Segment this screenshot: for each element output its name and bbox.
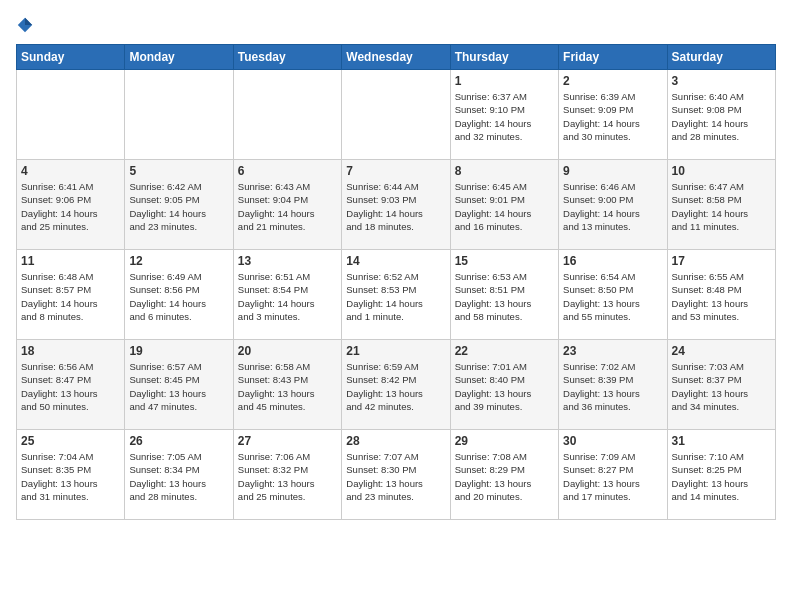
day-number: 31 [672,434,771,448]
days-of-week-row: SundayMondayTuesdayWednesdayThursdayFrid… [17,45,776,70]
calendar-cell: 8Sunrise: 6:45 AM Sunset: 9:01 PM Daylig… [450,160,558,250]
calendar-cell [125,70,233,160]
day-number: 11 [21,254,120,268]
day-number: 28 [346,434,445,448]
calendar-cell: 31Sunrise: 7:10 AM Sunset: 8:25 PM Dayli… [667,430,775,520]
day-number: 14 [346,254,445,268]
day-header-wednesday: Wednesday [342,45,450,70]
day-info: Sunrise: 7:08 AM Sunset: 8:29 PM Dayligh… [455,450,554,503]
day-number: 18 [21,344,120,358]
day-number: 3 [672,74,771,88]
day-number: 1 [455,74,554,88]
day-number: 29 [455,434,554,448]
day-info: Sunrise: 6:47 AM Sunset: 8:58 PM Dayligh… [672,180,771,233]
day-info: Sunrise: 7:09 AM Sunset: 8:27 PM Dayligh… [563,450,662,503]
day-info: Sunrise: 6:41 AM Sunset: 9:06 PM Dayligh… [21,180,120,233]
day-number: 9 [563,164,662,178]
calendar-cell [233,70,341,160]
calendar-cell: 9Sunrise: 6:46 AM Sunset: 9:00 PM Daylig… [559,160,667,250]
day-header-friday: Friday [559,45,667,70]
calendar-cell: 6Sunrise: 6:43 AM Sunset: 9:04 PM Daylig… [233,160,341,250]
day-info: Sunrise: 6:49 AM Sunset: 8:56 PM Dayligh… [129,270,228,323]
day-info: Sunrise: 7:06 AM Sunset: 8:32 PM Dayligh… [238,450,337,503]
calendar-week-4: 18Sunrise: 6:56 AM Sunset: 8:47 PM Dayli… [17,340,776,430]
calendar-cell: 28Sunrise: 7:07 AM Sunset: 8:30 PM Dayli… [342,430,450,520]
day-info: Sunrise: 7:01 AM Sunset: 8:40 PM Dayligh… [455,360,554,413]
day-header-sunday: Sunday [17,45,125,70]
calendar-cell: 7Sunrise: 6:44 AM Sunset: 9:03 PM Daylig… [342,160,450,250]
calendar-cell [17,70,125,160]
day-number: 27 [238,434,337,448]
day-info: Sunrise: 6:46 AM Sunset: 9:00 PM Dayligh… [563,180,662,233]
calendar-cell: 18Sunrise: 6:56 AM Sunset: 8:47 PM Dayli… [17,340,125,430]
day-number: 7 [346,164,445,178]
day-number: 13 [238,254,337,268]
day-info: Sunrise: 6:58 AM Sunset: 8:43 PM Dayligh… [238,360,337,413]
calendar-table: SundayMondayTuesdayWednesdayThursdayFrid… [16,44,776,520]
day-number: 30 [563,434,662,448]
calendar-cell: 15Sunrise: 6:53 AM Sunset: 8:51 PM Dayli… [450,250,558,340]
calendar-cell: 5Sunrise: 6:42 AM Sunset: 9:05 PM Daylig… [125,160,233,250]
day-number: 19 [129,344,228,358]
day-info: Sunrise: 7:02 AM Sunset: 8:39 PM Dayligh… [563,360,662,413]
day-info: Sunrise: 6:42 AM Sunset: 9:05 PM Dayligh… [129,180,228,233]
page-header [16,16,776,34]
day-number: 6 [238,164,337,178]
day-number: 24 [672,344,771,358]
calendar-cell: 19Sunrise: 6:57 AM Sunset: 8:45 PM Dayli… [125,340,233,430]
day-number: 22 [455,344,554,358]
day-number: 2 [563,74,662,88]
day-number: 26 [129,434,228,448]
day-number: 16 [563,254,662,268]
day-info: Sunrise: 6:52 AM Sunset: 8:53 PM Dayligh… [346,270,445,323]
day-info: Sunrise: 6:45 AM Sunset: 9:01 PM Dayligh… [455,180,554,233]
calendar-week-2: 4Sunrise: 6:41 AM Sunset: 9:06 PM Daylig… [17,160,776,250]
day-info: Sunrise: 6:37 AM Sunset: 9:10 PM Dayligh… [455,90,554,143]
calendar-cell: 22Sunrise: 7:01 AM Sunset: 8:40 PM Dayli… [450,340,558,430]
day-info: Sunrise: 6:44 AM Sunset: 9:03 PM Dayligh… [346,180,445,233]
calendar-cell: 2Sunrise: 6:39 AM Sunset: 9:09 PM Daylig… [559,70,667,160]
day-number: 20 [238,344,337,358]
day-info: Sunrise: 6:59 AM Sunset: 8:42 PM Dayligh… [346,360,445,413]
day-header-thursday: Thursday [450,45,558,70]
calendar-cell: 4Sunrise: 6:41 AM Sunset: 9:06 PM Daylig… [17,160,125,250]
day-number: 10 [672,164,771,178]
calendar-cell: 27Sunrise: 7:06 AM Sunset: 8:32 PM Dayli… [233,430,341,520]
calendar-cell [342,70,450,160]
svg-marker-1 [25,18,32,25]
calendar-cell: 24Sunrise: 7:03 AM Sunset: 8:37 PM Dayli… [667,340,775,430]
calendar-cell: 26Sunrise: 7:05 AM Sunset: 8:34 PM Dayli… [125,430,233,520]
day-number: 12 [129,254,228,268]
calendar-cell: 14Sunrise: 6:52 AM Sunset: 8:53 PM Dayli… [342,250,450,340]
day-number: 8 [455,164,554,178]
day-info: Sunrise: 6:51 AM Sunset: 8:54 PM Dayligh… [238,270,337,323]
day-number: 23 [563,344,662,358]
calendar-header: SundayMondayTuesdayWednesdayThursdayFrid… [17,45,776,70]
day-header-tuesday: Tuesday [233,45,341,70]
calendar-cell: 20Sunrise: 6:58 AM Sunset: 8:43 PM Dayli… [233,340,341,430]
calendar-cell: 17Sunrise: 6:55 AM Sunset: 8:48 PM Dayli… [667,250,775,340]
calendar-body: 1Sunrise: 6:37 AM Sunset: 9:10 PM Daylig… [17,70,776,520]
day-info: Sunrise: 7:04 AM Sunset: 8:35 PM Dayligh… [21,450,120,503]
calendar-week-5: 25Sunrise: 7:04 AM Sunset: 8:35 PM Dayli… [17,430,776,520]
day-info: Sunrise: 6:54 AM Sunset: 8:50 PM Dayligh… [563,270,662,323]
calendar-cell: 1Sunrise: 6:37 AM Sunset: 9:10 PM Daylig… [450,70,558,160]
calendar-cell: 25Sunrise: 7:04 AM Sunset: 8:35 PM Dayli… [17,430,125,520]
day-info: Sunrise: 7:07 AM Sunset: 8:30 PM Dayligh… [346,450,445,503]
day-number: 4 [21,164,120,178]
calendar-cell: 30Sunrise: 7:09 AM Sunset: 8:27 PM Dayli… [559,430,667,520]
day-number: 15 [455,254,554,268]
day-info: Sunrise: 7:10 AM Sunset: 8:25 PM Dayligh… [672,450,771,503]
day-info: Sunrise: 6:39 AM Sunset: 9:09 PM Dayligh… [563,90,662,143]
calendar-cell: 11Sunrise: 6:48 AM Sunset: 8:57 PM Dayli… [17,250,125,340]
calendar-cell: 29Sunrise: 7:08 AM Sunset: 8:29 PM Dayli… [450,430,558,520]
day-info: Sunrise: 6:55 AM Sunset: 8:48 PM Dayligh… [672,270,771,323]
day-header-saturday: Saturday [667,45,775,70]
calendar-cell: 10Sunrise: 6:47 AM Sunset: 8:58 PM Dayli… [667,160,775,250]
day-info: Sunrise: 6:57 AM Sunset: 8:45 PM Dayligh… [129,360,228,413]
day-number: 5 [129,164,228,178]
day-number: 17 [672,254,771,268]
day-info: Sunrise: 6:43 AM Sunset: 9:04 PM Dayligh… [238,180,337,233]
day-info: Sunrise: 6:53 AM Sunset: 8:51 PM Dayligh… [455,270,554,323]
day-info: Sunrise: 6:40 AM Sunset: 9:08 PM Dayligh… [672,90,771,143]
